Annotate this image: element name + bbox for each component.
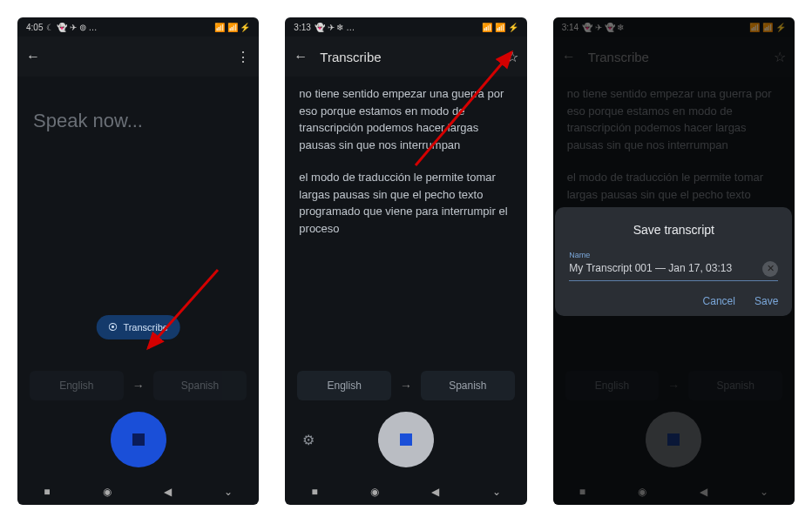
- star-icon[interactable]: ☆: [506, 49, 518, 65]
- nav-extra-icon[interactable]: ⌄: [224, 486, 233, 498]
- content-area: no tiene sentido empezar una guerra por …: [285, 77, 526, 362]
- nav-recent-icon[interactable]: ■: [311, 486, 317, 498]
- transcribe-label: Transcribe: [123, 322, 168, 333]
- language-row: English → Spanish: [17, 362, 259, 400]
- status-icons-left: 👻 ✈ ❄ …: [315, 23, 355, 32]
- statusbar: 4:05 ☾ 👻 ✈ ⊚ … 📶 📶 ⚡: [17, 17, 259, 37]
- overflow-icon[interactable]: ⋮: [236, 49, 250, 65]
- lang-from[interactable]: English: [30, 371, 124, 400]
- stop-icon: [400, 433, 412, 446]
- nav-back-icon[interactable]: ◀: [164, 486, 172, 498]
- statusbar: 3:13 👻 ✈ ❄ … 📶 📶 ⚡: [285, 17, 526, 37]
- nav-home-icon[interactable]: ◉: [370, 486, 379, 498]
- save-button[interactable]: Save: [754, 295, 778, 307]
- lang-from[interactable]: English: [297, 371, 391, 400]
- language-row: English → Spanish: [285, 362, 526, 400]
- appbar: ← Transcribe ☆: [285, 37, 526, 77]
- clock: 3:13: [294, 23, 310, 32]
- dialog-overlay: Save transcript Name My Transcript 001 —…: [553, 17, 795, 505]
- transcribe-icon: ⦿: [108, 322, 118, 333]
- dialog-title: Save transcript: [569, 223, 778, 237]
- swap-icon[interactable]: →: [400, 379, 412, 393]
- bottom-controls: ⚙: [285, 400, 526, 479]
- transcript-paragraph: no tiene sentido empezar una guerra por …: [299, 85, 512, 153]
- speak-now-prompt: Speak now...: [31, 85, 245, 135]
- nav-back-icon[interactable]: ◀: [431, 486, 439, 498]
- phone-screen-1: 4:05 ☾ 👻 ✈ ⊚ … 📶 📶 ⚡ ← ⋮ Speak now... ⦿ …: [17, 17, 259, 505]
- phone-screen-2: 3:13 👻 ✈ ❄ … 📶 📶 ⚡ ← Transcribe ☆ no tie…: [285, 17, 526, 505]
- record-button[interactable]: [378, 412, 434, 467]
- transcribe-button[interactable]: ⦿ Transcribe: [96, 315, 180, 339]
- nav-recent-icon[interactable]: ■: [44, 486, 50, 498]
- clear-icon[interactable]: ✕: [762, 261, 778, 277]
- nav-extra-icon[interactable]: ⌄: [492, 486, 501, 498]
- transcript-paragraph: el modo de traducción le permite tomar l…: [299, 169, 512, 237]
- status-icons-right: 📶 📶 ⚡: [482, 23, 518, 32]
- record-button[interactable]: [111, 412, 166, 467]
- back-icon[interactable]: ←: [294, 49, 308, 64]
- name-field-label: Name: [569, 251, 778, 259]
- stop-icon: [132, 433, 145, 446]
- cancel-button[interactable]: Cancel: [703, 295, 735, 307]
- nav-home-icon[interactable]: ◉: [103, 486, 112, 498]
- settings-icon[interactable]: ⚙: [302, 432, 315, 448]
- lang-to[interactable]: Spanish: [421, 371, 515, 400]
- clock: 4:05: [26, 23, 43, 32]
- appbar: ← ⋮: [17, 37, 259, 77]
- appbar-title: Transcribe: [320, 50, 493, 64]
- phone-screen-3: 3:14 👻 ✈ 👻 ❄ 📶 📶 ⚡ ← Transcribe ☆ no tie…: [553, 17, 795, 505]
- bottom-controls: [17, 400, 259, 479]
- lang-to[interactable]: Spanish: [153, 371, 247, 400]
- back-icon[interactable]: ←: [26, 49, 40, 64]
- status-icons-left: ☾ 👻 ✈ ⊚ …: [46, 23, 97, 32]
- navbar: ■ ◉ ◀ ⌄: [17, 479, 259, 505]
- save-transcript-dialog: Save transcript Name My Transcript 001 —…: [555, 207, 792, 316]
- status-icons-right: 📶 📶 ⚡: [214, 23, 251, 32]
- name-input[interactable]: My Transcript 001 — Jan 17, 03:13: [569, 262, 755, 276]
- navbar: ■ ◉ ◀ ⌄: [285, 479, 526, 505]
- swap-icon[interactable]: →: [132, 379, 145, 393]
